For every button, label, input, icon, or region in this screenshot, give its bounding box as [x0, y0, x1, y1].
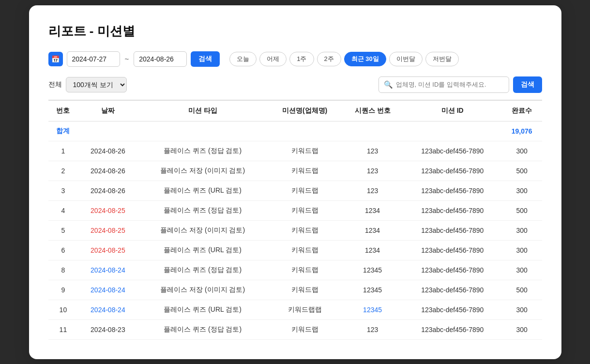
table-search-box: 🔍: [378, 76, 509, 93]
period-30days[interactable]: 최근 30일: [344, 52, 386, 66]
col-complete: 완료수: [502, 100, 542, 121]
table-search-button[interactable]: 검색: [513, 76, 542, 93]
per-page-select[interactable]: 100개씩 보기 50개씩 보기 20개씩 보기: [66, 77, 127, 92]
page-title: 리포트 - 미션별: [48, 23, 542, 40]
table-row: 6 2024-08-25 플레이스 퀴즈 (URL 검토) 키워드랩 1234 …: [48, 240, 542, 260]
period-1week[interactable]: 1주: [289, 52, 314, 66]
col-no: 번호: [48, 100, 78, 121]
total-row-label: 합계: [48, 121, 78, 141]
period-2week[interactable]: 2주: [317, 52, 341, 66]
table-row: 4 2024-08-25 플레이스 퀴즈 (정답 검토) 키워드랩 1234 1…: [48, 200, 542, 220]
filter-search-button[interactable]: 검색: [191, 51, 220, 67]
search-icon: 🔍: [384, 80, 393, 89]
date-separator: ~: [125, 55, 129, 63]
main-card: 리포트 - 미션별 📅 ~ 검색 오늘 어제 1주 2주 최근 30일 이번달 …: [29, 5, 561, 359]
col-mission-type: 미션 타입: [137, 100, 267, 121]
table-row: 2 2024-08-26 플레이스 저장 (이미지 검토) 키워드랩 123 1…: [48, 161, 542, 181]
toolbar-row: 전체 100개씩 보기 50개씩 보기 20개씩 보기 🔍 검색: [48, 76, 542, 93]
date-to-input[interactable]: [134, 51, 187, 67]
left-toolbar: 전체 100개씩 보기 50개씩 보기 20개씩 보기: [48, 77, 127, 92]
table-total-row: 합계 19,076: [48, 121, 542, 141]
total-row-value: 19,076: [502, 121, 542, 141]
table-row: 10 2024-08-24 플레이스 퀴즈 (URL 검토) 키워드랩랩 123…: [48, 300, 542, 319]
col-date: 날짜: [78, 100, 137, 121]
table-search-input[interactable]: [396, 81, 504, 88]
col-seq: 시퀀스 번호: [342, 100, 403, 121]
filter-row: 📅 ~ 검색 오늘 어제 1주 2주 최근 30일 이번달 저번달: [48, 51, 542, 67]
period-today[interactable]: 오늘: [229, 52, 257, 66]
period-yesterday[interactable]: 어제: [259, 52, 287, 66]
table-row: 1 2024-08-26 플레이스 퀴즈 (정답 검토) 키워드랩 123 12…: [48, 141, 542, 161]
date-from-input[interactable]: [67, 51, 120, 67]
report-table: 번호 날짜 미션 타입 미션명(업체명) 시퀀스 번호 미션 ID 완료수 합계…: [48, 100, 542, 340]
table-row: 8 2024-08-24 플레이스 퀴즈 (정답 검토) 키워드랩 12345 …: [48, 260, 542, 280]
table-row: 9 2024-08-24 플레이스 저장 (이미지 검토) 키워드랩 12345…: [48, 280, 542, 300]
col-mission-id: 미션 ID: [403, 100, 502, 121]
table-row: 5 2024-08-25 플레이스 저장 (이미지 검토) 키워드랩 1234 …: [48, 220, 542, 240]
right-toolbar: 🔍 검색: [378, 76, 542, 93]
table-header-row: 번호 날짜 미션 타입 미션명(업체명) 시퀀스 번호 미션 ID 완료수: [48, 100, 542, 121]
col-mission-name: 미션명(업체명): [268, 100, 342, 121]
period-buttons: 오늘 어제 1주 2주 최근 30일 이번달 저번달: [229, 52, 459, 66]
calendar-icon: 📅: [48, 52, 63, 66]
period-last-month[interactable]: 저번달: [425, 52, 459, 66]
table-row: 11 2024-08-23 플레이스 퀴즈 (정답 검토) 키워드랩 123 1…: [48, 319, 542, 339]
table-row: 3 2024-08-26 플레이스 퀴즈 (URL 검토) 키워드랩 123 1…: [48, 181, 542, 200]
total-label: 전체: [48, 80, 62, 89]
period-this-month[interactable]: 이번달: [389, 52, 423, 66]
